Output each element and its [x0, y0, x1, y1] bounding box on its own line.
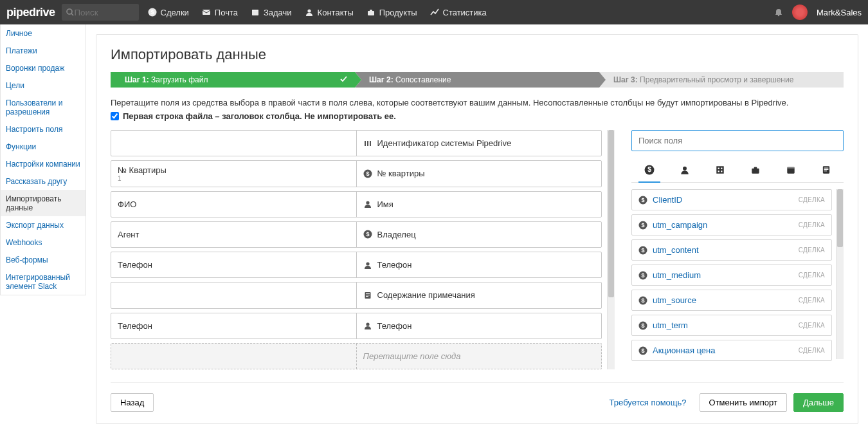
fields-column: ClientIDСДЕЛКАutm_campaignСДЕЛКАutm_cont…	[631, 130, 844, 369]
map-row[interactable]: Телефон Телефон	[111, 252, 602, 278]
mapped-field: Идентификатор системы Pipedrive	[377, 138, 512, 148]
nav-mail[interactable]: Почта	[202, 8, 238, 17]
map-row[interactable]: ФИО Имя	[111, 191, 602, 218]
sidebar-item-features[interactable]: Функции	[1, 138, 86, 155]
nav-deals[interactable]: Сделки	[148, 8, 189, 17]
step-text: Сопоставление	[395, 75, 451, 84]
map-row[interactable]: Идентификатор системы Pipedrive	[111, 130, 602, 156]
field-type: СДЕЛКА	[799, 246, 825, 254]
nav-label: Почта	[215, 8, 238, 17]
sidebar-item-fields[interactable]: Настроить поля	[1, 120, 86, 138]
map-row[interactable]: № Квартиры1 № квартиры	[111, 160, 602, 187]
field-item[interactable]: utm_contentСДЕЛКА	[631, 239, 832, 261]
sidebar-item-goals[interactable]: Цели	[1, 77, 86, 94]
source-column: Телефон	[118, 321, 350, 331]
field-item[interactable]: ClientIDСДЕЛКА	[631, 189, 832, 210]
step-3: Шаг 3: Предварительный просмотр и заверш…	[599, 72, 844, 88]
page-title: Импортировать данные	[111, 46, 844, 63]
map-row[interactable]: Телефон Телефон	[111, 313, 602, 339]
source-sample: 1	[118, 175, 350, 182]
mapped-field: Имя	[377, 199, 393, 209]
field-type: СДЕЛКА	[799, 297, 825, 304]
dollar-icon	[363, 169, 372, 178]
source-column: ФИО	[118, 199, 350, 209]
map-scrollbar[interactable]	[607, 130, 615, 369]
global-search-input[interactable]	[75, 8, 132, 17]
field-item[interactable]: utm_campaignСДЕЛКА	[631, 214, 832, 236]
sidebar-item-import[interactable]: Импортировать данные	[1, 190, 86, 216]
person-icon	[305, 8, 314, 17]
nav-contacts[interactable]: Контакты	[305, 8, 354, 17]
search-icon	[66, 8, 75, 17]
field-type: СДЕЛКА	[799, 196, 825, 203]
tab-notes[interactable]	[817, 162, 836, 178]
sidebar-item-users[interactable]: Пользователи и разрешения	[1, 94, 86, 120]
topbar: pipedrive Сделки Почта Задачи Контакты П…	[0, 0, 868, 24]
field-item[interactable]: Акционная ценаСДЕЛКА	[631, 340, 832, 361]
field-name: Акционная цена	[653, 346, 793, 355]
field-list: ClientIDСДЕЛКАutm_campaignСДЕЛКАutm_cont…	[631, 189, 836, 359]
field-item[interactable]: utm_termСДЕЛКА	[631, 315, 832, 336]
bars-icon	[363, 139, 372, 148]
sidebar-item-company[interactable]: Настройки компании	[1, 155, 86, 172]
field-name: utm_term	[653, 320, 793, 330]
next-button[interactable]: Дальше	[793, 393, 844, 412]
sidebar-item-export[interactable]: Экспорт данных	[1, 216, 86, 234]
nav-tasks[interactable]: Задачи	[251, 8, 292, 17]
mapped-field: Телефон	[377, 260, 412, 270]
step-label: Шаг 1:	[125, 75, 149, 84]
bell-icon[interactable]	[774, 8, 783, 17]
instruction-text: Перетащите поля из средства выбора в пра…	[111, 98, 844, 107]
sidebar-item-pipelines[interactable]: Воронки продаж	[1, 59, 86, 77]
back-button[interactable]: Назад	[111, 393, 154, 412]
nav-label: Сделки	[161, 8, 189, 17]
dollar-icon	[638, 271, 647, 280]
sidebar-item-refer[interactable]: Рассказать другу	[1, 172, 86, 190]
tab-activities[interactable]	[781, 162, 800, 178]
field-scrollbar[interactable]	[836, 189, 844, 359]
tab-products[interactable]	[746, 162, 765, 178]
help-link[interactable]: Требуется помощь?	[601, 394, 696, 411]
field-name: utm_campaign	[653, 220, 793, 230]
note-icon	[363, 291, 372, 300]
nav-label: Продукты	[379, 8, 417, 17]
sidebar-item-webforms[interactable]: Веб-формы	[1, 251, 86, 268]
global-search[interactable]	[62, 4, 139, 21]
field-name: utm_content	[653, 245, 793, 255]
field-name: utm_medium	[653, 270, 793, 280]
first-row-checkbox[interactable]	[111, 112, 119, 120]
person-icon	[363, 199, 372, 208]
mapped-field: № квартиры	[377, 169, 425, 178]
field-item[interactable]: utm_mediumСДЕЛКА	[631, 264, 832, 286]
avatar[interactable]	[792, 5, 808, 20]
sidebar-item-webhooks[interactable]: Webhooks	[1, 234, 86, 251]
field-search[interactable]	[631, 130, 844, 151]
step-text: Загрузить файл	[151, 75, 208, 84]
field-search-input[interactable]	[638, 136, 836, 145]
tab-deals[interactable]	[640, 162, 659, 178]
mapped-field: Владелец	[377, 230, 416, 239]
drop-row[interactable]: Перетащите поле сюда	[111, 343, 602, 369]
field-type: СДЕЛКА	[799, 322, 825, 329]
sidebar-item-slack[interactable]: Интегрированный элемент Slack	[1, 268, 86, 295]
sidebar-item-personal[interactable]: Личное	[1, 24, 86, 42]
mapping-column: Идентификатор системы Pipedrive№ Квартир…	[111, 130, 615, 369]
dollar-icon	[148, 8, 157, 17]
nav-stats[interactable]: Статистика	[430, 8, 487, 17]
tab-people[interactable]	[675, 162, 694, 178]
cancel-button[interactable]: Отменить импорт	[700, 393, 787, 412]
footer: Назад Требуется помощь? Отменить импорт …	[111, 382, 844, 412]
first-row-label: Первая строка файла – заголовок столбца.…	[123, 111, 396, 121]
source-column: Телефон	[118, 260, 350, 270]
step-label: Шаг 3:	[613, 75, 638, 84]
field-item[interactable]: utm_sourceСДЕЛКА	[631, 290, 832, 311]
stats-icon	[430, 8, 439, 17]
calendar-icon	[251, 8, 260, 17]
username[interactable]: Mark&Sales	[817, 8, 862, 17]
tab-orgs[interactable]	[710, 162, 730, 178]
nav-products[interactable]: Продукты	[366, 8, 417, 17]
mail-icon	[202, 8, 211, 17]
map-row[interactable]: Агент Владелец	[111, 221, 602, 248]
sidebar-item-billing[interactable]: Платежи	[1, 42, 86, 59]
map-row[interactable]: Содержание примечания	[111, 282, 602, 308]
